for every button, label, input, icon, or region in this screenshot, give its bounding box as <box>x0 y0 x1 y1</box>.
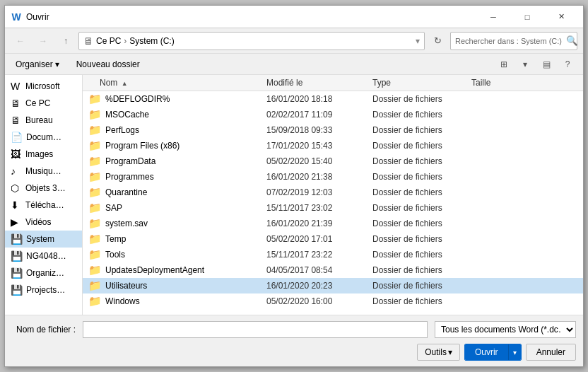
sidebar-item-ng4048[interactable]: 💾NG4048… <box>5 248 82 265</box>
file-row[interactable]: 📁 system.sav 16/01/2020 21:39 Dossier de… <box>83 216 583 231</box>
sidebar-icon-projects: 💾 <box>11 284 23 296</box>
sidebar-item-system[interactable]: 💾System <box>5 231 82 248</box>
sidebar-item-organiz[interactable]: 💾Organiz… <box>5 265 82 281</box>
file-cell-date: 05/02/2020 16:00 <box>266 296 372 306</box>
breadcrumb-dropdown: ▾ <box>416 36 420 46</box>
minimize-button[interactable]: ─ <box>477 10 510 24</box>
sidebar-icon-musique: ♪ <box>11 165 22 177</box>
folder-icon: 📁 <box>88 233 102 245</box>
column-size[interactable]: Taille <box>471 78 528 88</box>
file-cell-date: 16/01/2020 21:39 <box>266 219 372 228</box>
sidebar-icon-bureau: 🖥 <box>11 115 22 126</box>
folder-icon: 📁 <box>88 124 102 136</box>
sidebar-item-bureau[interactable]: 🖥Bureau <box>5 112 82 129</box>
file-cell-name: 📁 Temp <box>83 233 266 245</box>
sidebar-item-images[interactable]: 🖼Images <box>5 146 82 163</box>
view-dropdown-button[interactable]: ▾ <box>515 56 535 73</box>
file-cell-date: 16/01/2020 21:38 <box>266 172 372 182</box>
help-button[interactable]: ? <box>558 56 577 73</box>
sidebar-label-images: Images <box>25 149 53 159</box>
file-name: UpdatesDeploymentAgent <box>105 265 204 275</box>
sidebar-item-telecharge[interactable]: ⬇Télécha… <box>5 197 82 214</box>
file-row[interactable]: 📁 UpdatesDeploymentAgent 04/05/2017 08:5… <box>83 262 583 278</box>
cancel-button[interactable]: Annuler <box>526 344 576 361</box>
file-row[interactable]: 📁 MSOCache 02/02/2017 11:09 Dossier de f… <box>83 107 583 122</box>
navigation-toolbar: ← → ↑ 🖥 Ce PC › System (C:) ▾ ↻ Recherch… <box>5 28 583 54</box>
title-bar: W Ouvrir ─ □ ✕ <box>5 6 583 28</box>
sidebar-icon-documents: 📄 <box>11 132 23 143</box>
folder-icon: 📁 <box>88 139 102 152</box>
filetype-select[interactable]: Tous les documents Word (*.dc… <box>435 321 576 338</box>
file-cell-date: 17/01/2020 15:43 <box>266 141 372 151</box>
file-list-header: Nom ▲ Modifié le Type Taille <box>83 75 583 91</box>
sidebar-item-projects[interactable]: 💾Projects… <box>5 281 82 298</box>
sidebar-item-musique[interactable]: ♪Musiqu… <box>5 163 82 180</box>
maximize-button[interactable]: □ <box>511 10 543 24</box>
sidebar-item-cepc[interactable]: 🖥Ce PC <box>5 95 82 112</box>
tools-button[interactable]: Outils ▾ <box>417 344 460 361</box>
sidebar-icon-organiz: 💾 <box>11 267 23 279</box>
open-button[interactable]: Ouvrir <box>465 344 508 360</box>
sidebar-item-objets[interactable]: ⬡Objets 3… <box>5 180 82 197</box>
file-row[interactable]: 📁 Windows 05/02/2020 16:00 Dossier de fi… <box>83 293 583 309</box>
organise-button[interactable]: Organiser ▾ <box>11 57 64 72</box>
file-name: Utilisateurs <box>105 281 147 291</box>
file-row[interactable]: 📁 PerfLogs 15/09/2018 09:33 Dossier de f… <box>83 122 583 138</box>
folder-icon: 📁 <box>88 93 102 105</box>
sidebar-label-organiz: Organiz… <box>26 268 64 278</box>
sidebar-icon-ng4048: 💾 <box>11 250 23 262</box>
view-controls: ⊞ ▾ ▤ ? <box>494 56 577 73</box>
sidebar-label-telecharge: Télécha… <box>25 200 64 210</box>
file-row[interactable]: 📁 Temp 05/02/2020 17:01 Dossier de fichi… <box>83 231 583 247</box>
filename-input[interactable] <box>83 321 428 338</box>
sidebar: WMicrosoft🖥Ce PC🖥Bureau📄Docum…🖼Images♪Mu… <box>5 75 83 315</box>
forward-button[interactable]: → <box>33 33 53 50</box>
back-button[interactable]: ← <box>11 33 30 50</box>
close-button[interactable]: ✕ <box>545 10 577 24</box>
sidebar-item-videos[interactable]: ▶Vidéos <box>5 214 82 231</box>
view-details-button[interactable]: ▤ <box>536 56 556 73</box>
file-cell-date: 05/02/2020 15:40 <box>266 156 372 166</box>
folder-icon: 📁 <box>88 202 102 214</box>
sidebar-item-microsoft[interactable]: WMicrosoft <box>5 78 82 95</box>
file-row[interactable]: 📁 Quarantine 07/02/2019 12:03 Dossier de… <box>83 185 583 200</box>
bottom-bar: Nom de fichier : Tous les documents Word… <box>5 315 583 366</box>
breadcrumb[interactable]: 🖥 Ce PC › System (C:) ▾ <box>78 32 425 50</box>
file-row[interactable]: 📁 SAP 15/11/2017 23:02 Dossier de fichie… <box>83 200 583 216</box>
file-row[interactable]: 📁 %DEFLOGDIR% 16/01/2020 18:18 Dossier d… <box>83 91 583 107</box>
file-row[interactable]: 📁 Program Files (x86) 17/01/2020 15:43 D… <box>83 138 583 153</box>
refresh-button[interactable]: ↻ <box>428 32 447 50</box>
sidebar-item-documents[interactable]: 📄Docum… <box>5 129 82 146</box>
main-area: WMicrosoft🖥Ce PC🖥Bureau📄Docum…🖼Images♪Mu… <box>5 75 583 315</box>
file-cell-name: 📁 Utilisateurs <box>83 279 266 292</box>
open-dropdown-button[interactable]: ▾ <box>508 344 521 360</box>
tools-arrow-icon: ▾ <box>448 347 452 357</box>
window-controls: ─ □ ✕ <box>477 10 577 24</box>
sidebar-label-musique: Musiqu… <box>25 166 61 176</box>
file-cell-date: 05/02/2020 17:01 <box>266 234 372 244</box>
file-cell-date: 16/01/2020 18:18 <box>266 94 372 104</box>
folder-icon: 📁 <box>88 217 102 230</box>
up-button[interactable]: ↑ <box>56 33 76 50</box>
folder-icon: 📁 <box>88 155 102 168</box>
file-name: Quarantine <box>105 187 147 197</box>
file-cell-type: Dossier de fichiers <box>372 219 471 228</box>
column-date[interactable]: Modifié le <box>266 78 372 88</box>
file-name: SAP <box>105 203 122 213</box>
folder-icon: 📁 <box>88 264 102 277</box>
organise-arrow-icon: ▾ <box>55 59 59 69</box>
column-type[interactable]: Type <box>372 78 471 88</box>
sidebar-label-microsoft: Microsoft <box>25 81 60 91</box>
organise-label: Organiser <box>16 59 53 69</box>
column-name[interactable]: Nom ▲ <box>83 78 266 88</box>
view-grid-button[interactable]: ⊞ <box>494 56 514 73</box>
file-row[interactable]: 📁 Programmes 16/01/2020 21:38 Dossier de… <box>83 169 583 185</box>
new-folder-button[interactable]: Nouveau dossier <box>70 57 146 72</box>
search-button[interactable]: 🔍 <box>566 33 578 50</box>
file-row[interactable]: 📁 Tools 15/11/2017 23:22 Dossier de fich… <box>83 247 583 262</box>
breadcrumb-cepc[interactable]: Ce PC <box>96 36 121 46</box>
file-row[interactable]: 📁 ProgramData 05/02/2020 15:40 Dossier d… <box>83 153 583 169</box>
file-row[interactable]: 📁 Utilisateurs 16/01/2020 20:23 Dossier … <box>83 278 583 293</box>
breadcrumb-system[interactable]: System (C:) <box>129 36 174 46</box>
file-cell-name: 📁 system.sav <box>83 217 266 230</box>
